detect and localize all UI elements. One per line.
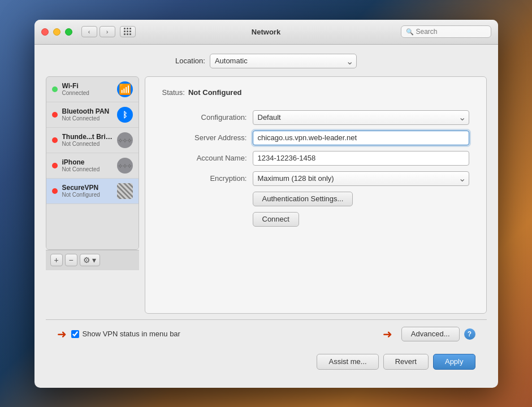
sidebar: Wi-Fi Connected 📶 Bluetooth PAN Not Conn… <box>46 76 139 250</box>
thunderbolt-icon: ⟡⟡⟡ <box>118 136 132 144</box>
server-address-input[interactable] <box>253 131 469 145</box>
encryption-select[interactable]: Maximum (128 bit only) <box>253 171 469 186</box>
account-name-row: Account Name: <box>162 151 469 166</box>
encryption-label: Encryption: <box>162 174 247 183</box>
wifi-icon: 📶 <box>119 83 131 96</box>
back-button[interactable]: ‹ <box>81 26 97 37</box>
title-bar: ‹ › Network 🔍 <box>34 20 498 45</box>
network-preferences-window: ‹ › Network 🔍 Location: Automatic ⌄ <box>34 20 498 388</box>
gear-dropdown-arrow: ▾ <box>92 256 96 265</box>
iphone-status: Not Connected <box>62 166 115 172</box>
location-select[interactable]: Automatic <box>210 54 357 68</box>
remove-network-button[interactable]: − <box>65 254 77 266</box>
network-settings-button[interactable]: ⚙ ▾ <box>80 254 100 266</box>
bluetooth-name: Bluetooth PAN <box>62 107 115 115</box>
search-input[interactable] <box>416 28 486 36</box>
status-field-value: Not Configured <box>188 88 242 97</box>
search-icon: 🔍 <box>406 28 414 36</box>
show-vpn-label[interactable]: Show VPN status in menu bar <box>83 330 180 338</box>
app-grid-button[interactable] <box>120 26 136 37</box>
forward-button[interactable]: › <box>100 26 115 37</box>
bluetooth-icon-bg: ᛒ <box>117 107 133 123</box>
iphone-icon-bg: ⟡⟡⟡ <box>117 158 133 174</box>
encryption-select-wrapper: Maximum (128 bit only) ⌄ <box>253 171 469 186</box>
vpn-status-dot <box>52 188 58 194</box>
sidebar-item-bluetooth[interactable]: Bluetooth PAN Not Connected ᛒ <box>46 102 139 128</box>
wifi-name: Wi-Fi <box>62 82 115 90</box>
window-title: Network <box>252 28 280 36</box>
apply-button[interactable]: Apply <box>433 354 475 370</box>
bottom-right-controls: ➜ Advanced... ? <box>383 327 475 341</box>
configuration-select-wrapper: Default ⌄ <box>253 110 469 125</box>
close-button[interactable] <box>41 28 49 36</box>
vpn-icon <box>117 183 133 199</box>
wifi-status: Connected <box>62 90 115 96</box>
server-address-label: Server Address: <box>162 133 247 142</box>
gear-icon: ⚙ <box>83 256 90 265</box>
auth-settings-button[interactable]: Authentication Settings... <box>253 192 353 206</box>
account-name-label: Account Name: <box>162 154 247 162</box>
encryption-row: Encryption: Maximum (128 bit only) ⌄ <box>162 171 469 186</box>
iphone-status-dot <box>52 163 58 168</box>
wifi-status-dot <box>52 86 58 92</box>
bluetooth-status-dot <box>52 112 58 118</box>
sidebar-item-securevpn[interactable]: SecureVPN Not Configured <box>46 179 139 204</box>
thunderbolt-status: Not Connected <box>62 141 115 147</box>
advanced-button[interactable]: Advanced... <box>401 327 460 341</box>
bluetooth-icon: ᛒ <box>123 110 127 119</box>
thunderbolt-status-dot <box>52 137 58 143</box>
sidebar-item-iphone[interactable]: iPhone Not Connected ⟡⟡⟡ <box>46 153 139 179</box>
iphone-icon: ⟡⟡⟡ <box>118 162 132 170</box>
status-field-label: Status: <box>162 88 185 97</box>
thunderbolt-name: Thunde...t Bridge <box>62 133 115 141</box>
connect-row: Connect <box>253 212 469 227</box>
location-select-wrapper: Automatic ⌄ <box>210 54 357 68</box>
bottom-area: ➜ Show VPN status in menu bar ➜ Advanced… <box>46 319 487 348</box>
server-address-row: Server Address: <box>162 131 469 145</box>
connect-button[interactable]: Connect <box>253 212 299 227</box>
sidebar-item-wifi[interactable]: Wi-Fi Connected 📶 <box>46 77 139 102</box>
wifi-icon-bg: 📶 <box>117 81 133 97</box>
main-panel: Wi-Fi Connected 📶 Bluetooth PAN Not Conn… <box>46 76 487 314</box>
maximize-button[interactable] <box>65 28 72 36</box>
sidebar-bottom-bar: + − ⚙ ▾ <box>46 250 139 270</box>
vpn-name: SecureVPN <box>62 184 117 192</box>
configuration-label: Configuration: <box>162 113 247 122</box>
auth-settings-row: Authentication Settings... <box>253 192 469 206</box>
configuration-row: Configuration: Default ⌄ <box>162 110 469 125</box>
nav-buttons: ‹ › <box>81 26 115 37</box>
sidebar-item-thunderbolt[interactable]: Thunde...t Bridge Not Connected ⟡⟡⟡ <box>46 128 139 153</box>
location-label: Location: <box>175 57 205 65</box>
vpn-checkbox-arrow: ➜ <box>57 327 67 341</box>
bluetooth-status: Not Connected <box>62 115 115 122</box>
configuration-select[interactable]: Default <box>253 110 469 125</box>
location-row: Location: Automatic ⌄ <box>46 54 487 68</box>
thunderbolt-icon-bg: ⟡⟡⟡ <box>117 132 133 148</box>
sidebar-spacer <box>46 204 139 249</box>
assist-button[interactable]: Assist me... <box>317 354 378 370</box>
revert-button[interactable]: Revert <box>383 354 429 370</box>
action-buttons: Assist me... Revert Apply <box>46 348 487 379</box>
vpn-status: Not Configured <box>62 192 117 198</box>
iphone-name: iPhone <box>62 158 115 166</box>
account-name-input[interactable] <box>253 151 469 166</box>
help-button[interactable]: ? <box>464 328 475 340</box>
minimize-button[interactable] <box>53 28 60 36</box>
traffic-lights <box>41 28 72 36</box>
search-box[interactable]: 🔍 <box>401 25 491 38</box>
add-network-button[interactable]: + <box>50 254 63 266</box>
right-panel: Status: Not Configured Configuration: De… <box>145 76 487 314</box>
grid-icon <box>124 28 132 36</box>
status-row: Status: Not Configured <box>162 88 469 97</box>
show-vpn-checkbox[interactable] <box>71 330 79 338</box>
show-vpn-checkbox-row: Show VPN status in menu bar <box>71 330 180 338</box>
advanced-arrow: ➜ <box>383 327 392 341</box>
